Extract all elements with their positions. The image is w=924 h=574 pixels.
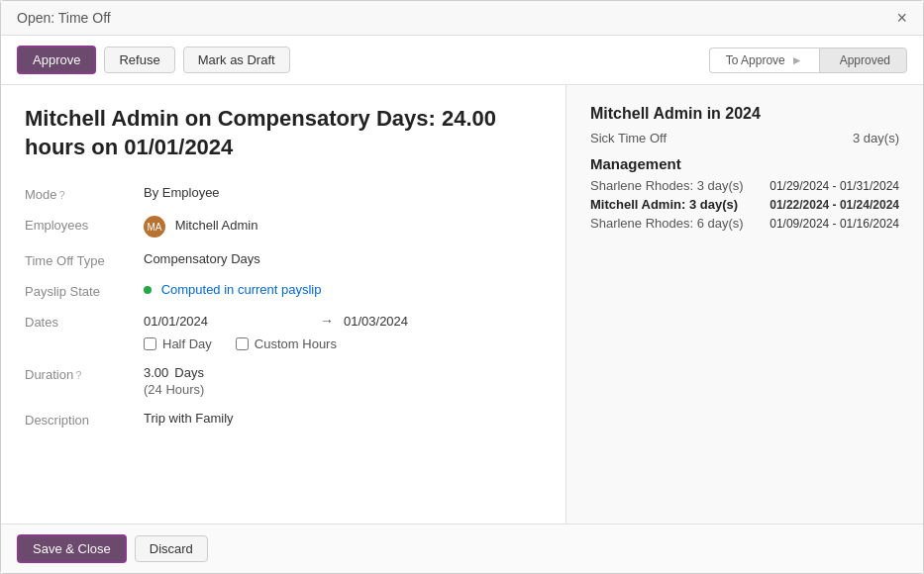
modal-title: Open: Time Off — [17, 10, 111, 26]
field-payslip-state: Payslip State Computed in current paysli… — [25, 282, 542, 299]
page-title: Mitchell Admin on Compensatory Days: 24.… — [25, 105, 542, 161]
sick-time-off-row: Sick Time Off 3 day(s) — [590, 131, 899, 145]
toolbar-actions: Approve Refuse Mark as Draft — [17, 46, 290, 74]
list-item-date: 01/09/2024 - 01/16/2024 — [770, 217, 899, 231]
dates-value: → Half Day Custom Hours — [144, 313, 542, 351]
modal-toolbar: Approve Refuse Mark as Draft To Approve … — [1, 36, 923, 85]
date-arrow-icon: → — [320, 313, 334, 329]
field-employees: Employees MA Mitchell Admin — [25, 216, 542, 238]
dates-label: Dates — [25, 313, 144, 330]
approve-button[interactable]: Approve — [17, 46, 96, 74]
sick-time-off-value: 3 day(s) — [853, 131, 899, 145]
list-item-date: 01/29/2024 - 01/31/2024 — [770, 179, 899, 193]
field-description: Description Trip with Family — [25, 411, 542, 428]
time-off-type-label: Time Off Type — [25, 251, 144, 268]
half-day-checkbox[interactable]: Half Day — [144, 336, 212, 351]
avatar: MA — [144, 216, 165, 238]
modal-footer: Save & Close Discard — [1, 524, 923, 573]
status-approved[interactable]: Approved — [819, 48, 907, 73]
management-items: Sharlene Rhodes: 3 day(s) 01/29/2024 - 0… — [590, 178, 899, 231]
duration-sub: (24 Hours) — [144, 382, 542, 397]
sick-time-off-label: Sick Time Off — [590, 131, 667, 145]
field-mode: Mode ? By Employee — [25, 185, 542, 202]
employees-value: MA Mitchell Admin — [144, 216, 542, 238]
management-title: Management — [590, 155, 899, 172]
save-close-button[interactable]: Save & Close — [17, 534, 127, 563]
discard-button[interactable]: Discard — [135, 535, 208, 562]
modal-header: Open: Time Off × — [1, 1, 923, 36]
list-item-date: 01/22/2024 - 01/24/2024 — [770, 198, 899, 212]
right-panel: Mitchell Admin in 2024 Sick Time Off 3 d… — [566, 85, 923, 524]
half-day-input[interactable] — [144, 337, 156, 350]
mode-label: Mode ? — [25, 185, 144, 202]
payslip-status-icon — [144, 286, 152, 294]
date-range: → — [144, 313, 542, 329]
time-off-type-value: Compensatory Days — [144, 251, 542, 266]
field-time-off-type: Time Off Type Compensatory Days — [25, 251, 542, 268]
custom-hours-input[interactable] — [236, 337, 249, 350]
description-label: Description — [25, 411, 144, 428]
left-panel: Mitchell Admin on Compensatory Days: 24.… — [1, 85, 566, 524]
list-item-label: Sharlene Rhodes: 6 day(s) — [590, 216, 744, 231]
duration-label: Duration ? — [25, 365, 144, 382]
custom-hours-checkbox[interactable]: Custom Hours — [236, 336, 337, 351]
modal-body: Mitchell Admin on Compensatory Days: 24.… — [1, 85, 923, 524]
list-item: Mitchell Admin: 3 day(s) 01/22/2024 - 01… — [590, 197, 899, 212]
field-dates: Dates → Half Day Custom — [25, 313, 542, 351]
mode-help-icon: ? — [59, 189, 65, 201]
list-item-label: Sharlene Rhodes: 3 day(s) — [590, 178, 744, 193]
date-options: Half Day Custom Hours — [144, 336, 542, 351]
employees-label: Employees — [25, 216, 144, 233]
duration-help-icon: ? — [75, 369, 81, 381]
duration-value: 3.00 Days (24 Hours) — [144, 365, 542, 397]
payslip-state-label: Payslip State — [25, 282, 144, 299]
list-item: Sharlene Rhodes: 6 day(s) 01/09/2024 - 0… — [590, 216, 899, 231]
date-to-input[interactable] — [344, 314, 510, 329]
list-item: Sharlene Rhodes: 3 day(s) 01/29/2024 - 0… — [590, 178, 899, 193]
payslip-state-value: Computed in current payslip — [144, 282, 542, 297]
mode-value: By Employee — [144, 185, 542, 200]
close-button[interactable]: × — [896, 9, 907, 27]
right-section-title: Mitchell Admin in 2024 — [590, 105, 899, 123]
status-to-approve[interactable]: To Approve ► — [709, 48, 819, 73]
field-duration: Duration ? 3.00 Days (24 Hours) — [25, 365, 542, 397]
list-item-label: Mitchell Admin: 3 day(s) — [590, 197, 738, 212]
modal-dialog: Open: Time Off × Approve Refuse Mark as … — [0, 0, 924, 574]
status-pipeline: To Approve ► Approved — [709, 48, 907, 73]
mark-as-draft-button[interactable]: Mark as Draft — [183, 47, 290, 73]
description-value: Trip with Family — [144, 411, 542, 426]
date-from-input[interactable] — [144, 314, 310, 329]
refuse-button[interactable]: Refuse — [104, 47, 174, 73]
